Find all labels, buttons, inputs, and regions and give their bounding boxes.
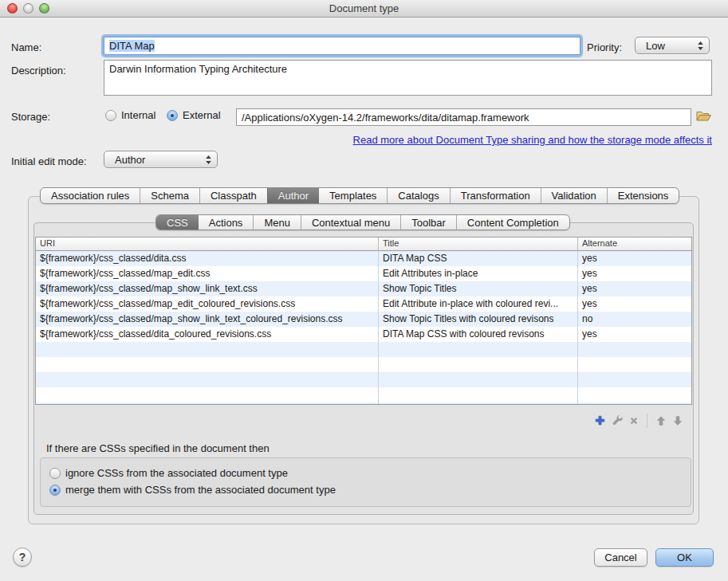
storage-external-label: External — [183, 109, 221, 121]
cell-uri: ${framework}/css_classed/map_edit.css — [36, 266, 379, 281]
subtab-toolbar[interactable]: Toolbar — [400, 215, 456, 230]
name-input[interactable]: DITA Map — [104, 37, 580, 55]
subtab-contextual-menu[interactable]: Contextual menu — [301, 215, 400, 230]
priority-label: Priority: — [587, 41, 622, 53]
column-header-title[interactable]: Title — [379, 238, 578, 250]
plus-icon — [594, 414, 606, 426]
cell-uri: ${framework}/css_classed/map_edit_colour… — [36, 296, 379, 312]
tab-extensions[interactable]: Extensions — [607, 188, 679, 203]
cell-title: DITA Map CSS — [379, 251, 578, 266]
ok-label: OK — [677, 552, 692, 563]
edit-mode-value: Author — [115, 154, 205, 166]
css-options-groupbox — [40, 457, 691, 507]
storage-external-radio[interactable]: External — [167, 109, 221, 121]
arrow-down-icon — [672, 415, 683, 426]
ignore-css-label: ignore CSSs from the associated document… — [65, 467, 288, 479]
tab-validation[interactable]: Validation — [541, 188, 607, 203]
cancel-button[interactable]: Cancel — [594, 548, 647, 567]
add-button[interactable] — [592, 413, 608, 428]
toolbar-divider — [647, 414, 647, 428]
column-header-alternate[interactable]: Alternate — [578, 238, 691, 250]
edit-mode-select[interactable]: Author — [104, 151, 218, 168]
radio-checked-icon — [49, 485, 61, 496]
radio-icon — [49, 468, 61, 479]
tab-schema[interactable]: Schema — [140, 188, 199, 203]
subtab-content-completion[interactable]: Content Completion — [456, 215, 569, 230]
table-row[interactable]: ${framework}/css_classed/dita.css DITA M… — [36, 251, 691, 266]
storage-internal-label: Internal — [121, 109, 155, 121]
cell-alternate: yes — [578, 281, 691, 296]
edit-mode-label: Initial edit mode: — [11, 155, 87, 167]
cell-title: Edit Attributes in-place — [379, 266, 578, 281]
cell-uri: ${framework}/css_classed/map_show_link_t… — [36, 312, 379, 327]
move-up-button[interactable] — [652, 413, 669, 428]
table-row[interactable]: ${framework}/css_classed/map_show_link_t… — [36, 281, 691, 296]
css-table-header: URI Title Alternate — [36, 238, 691, 251]
move-down-button[interactable] — [669, 413, 686, 428]
table-row[interactable]: ${framework}/css_classed/dita_coloured_r… — [36, 327, 691, 342]
tab-association-rules[interactable]: Association rules — [41, 188, 140, 203]
table-row[interactable]: ${framework}/css_classed/map_edit_colour… — [36, 296, 691, 312]
merge-css-radio[interactable]: merge them with CSSs from the associated… — [49, 484, 336, 496]
help-label: ? — [19, 551, 26, 563]
x-icon — [628, 415, 639, 426]
merge-css-label: merge them with CSSs from the associated… — [65, 484, 336, 496]
browse-folder-button[interactable] — [695, 108, 712, 126]
cell-title: Show Topic Titles with coloured revisons — [379, 312, 578, 327]
css-table[interactable]: URI Title Alternate ${framework}/css_cla… — [35, 237, 692, 405]
ok-button[interactable]: OK — [655, 548, 714, 567]
cell-title: DITA Map CSS with coloured revisons — [379, 327, 578, 342]
subtab-actions[interactable]: Actions — [199, 215, 254, 230]
cell-alternate: no — [578, 312, 691, 327]
radio-icon — [105, 110, 116, 121]
table-toolbar — [592, 413, 686, 428]
subtab-css[interactable]: CSS — [156, 215, 199, 230]
tab-transformation[interactable]: Transformation — [450, 188, 541, 203]
wrench-icon — [611, 414, 624, 427]
empty-table-row — [36, 357, 691, 372]
tab-templates[interactable]: Templates — [319, 188, 387, 203]
storage-path-value: /Applications/oXygen-14.2/frameworks/dit… — [242, 112, 529, 124]
cell-uri: ${framework}/css_classed/map_show_link_t… — [36, 281, 379, 296]
column-header-uri[interactable]: URI — [36, 238, 379, 250]
tab-classpath[interactable]: Classpath — [199, 188, 267, 203]
cancel-label: Cancel — [604, 552, 636, 563]
tab-author[interactable]: Author — [267, 188, 319, 203]
storage-path-input[interactable]: /Applications/oXygen-14.2/frameworks/dit… — [236, 108, 691, 126]
main-tab-bar: Association rules Schema Classpath Autho… — [40, 187, 679, 204]
description-label: Description: — [11, 65, 66, 77]
empty-table-row — [36, 342, 691, 357]
css-options-heading: If there are CSSs specified in the docum… — [46, 442, 270, 454]
sharing-info-link[interactable]: Read more about Document Type sharing an… — [353, 134, 712, 146]
radio-checked-icon — [167, 110, 178, 121]
arrow-up-icon — [655, 415, 667, 426]
cell-title: Edit Attribute in-place with coloured re… — [379, 296, 578, 312]
help-button[interactable]: ? — [13, 548, 32, 567]
priority-select[interactable]: Low — [635, 37, 710, 54]
cell-alternate: yes — [578, 251, 691, 266]
table-row[interactable]: ${framework}/css_classed/map_show_link_t… — [36, 312, 691, 327]
stepper-arrows-icon — [205, 155, 212, 165]
name-label: Name: — [11, 41, 41, 53]
cell-alternate: yes — [578, 266, 691, 281]
cell-alternate: yes — [578, 296, 691, 312]
cell-title: Show Topic Titles — [379, 281, 578, 296]
table-row[interactable]: ${framework}/css_classed/map_edit.css Ed… — [36, 266, 691, 281]
description-input[interactable]: Darwin Information Typing Architecture — [104, 60, 712, 96]
open-folder-icon — [695, 108, 712, 124]
subtab-menu[interactable]: Menu — [253, 215, 301, 230]
cell-alternate: yes — [578, 327, 691, 342]
cell-uri: ${framework}/css_classed/dita.css — [36, 251, 379, 266]
tab-catalogs[interactable]: Catalogs — [387, 188, 449, 203]
ignore-css-radio[interactable]: ignore CSSs from the associated document… — [49, 467, 288, 479]
empty-table-row — [36, 372, 691, 387]
stepper-arrows-icon — [697, 41, 704, 51]
remove-button[interactable] — [625, 413, 642, 428]
storage-internal-radio[interactable]: Internal — [105, 109, 155, 121]
priority-value: Low — [646, 40, 697, 52]
storage-label: Storage: — [11, 111, 50, 123]
edit-button[interactable] — [608, 413, 625, 428]
name-input-value: DITA Map — [109, 40, 155, 52]
cell-uri: ${framework}/css_classed/dita_coloured_r… — [36, 327, 379, 342]
empty-table-row — [36, 402, 691, 405]
